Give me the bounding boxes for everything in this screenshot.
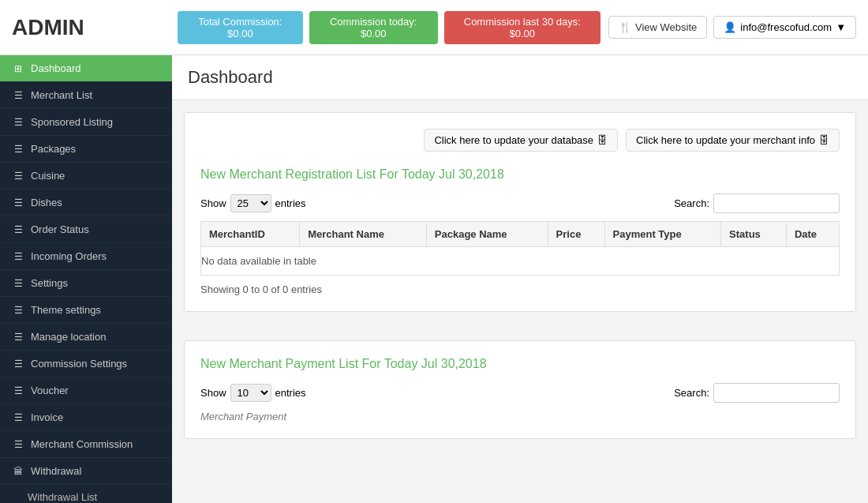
sidebar-item-theme-settings[interactable]: ☰ Theme settings	[0, 297, 172, 324]
search-label-2: Search:	[674, 387, 709, 399]
table1-controls: Show 10 25 50 100 entries Search:	[200, 193, 840, 213]
topbar-right: 🍴 View Website 👤 info@frescofud.com ▼	[608, 16, 856, 39]
db-icon: 🗄	[597, 134, 608, 146]
col-package-name: Package Name	[426, 222, 548, 247]
dishes-icon: ☰	[12, 197, 24, 208]
update-merchant-button[interactable]: Click here to update your merchant info …	[626, 129, 840, 152]
entries-select-1[interactable]: 10 25 50 100	[230, 194, 271, 212]
table2-controls: Show 10 25 50 100 entries Search:	[200, 383, 840, 403]
search-input-1[interactable]	[713, 193, 840, 213]
card-top-buttons: Click here to update your database 🗄 Cli…	[200, 129, 840, 152]
update-db-button[interactable]: Click here to update your database 🗄	[424, 129, 618, 152]
order-status-icon: ☰	[12, 224, 24, 235]
registration-card: Click here to update your database 🗄 Cli…	[184, 112, 856, 312]
payment-card: New Merchant Payment List For Today Jul …	[184, 340, 856, 439]
col-merchant-name: Merchant Name	[300, 222, 427, 247]
location-icon: ☰	[12, 332, 24, 343]
sidebar-item-dashboard[interactable]: ⊞ Dashboard	[0, 55, 172, 82]
col-price: Price	[548, 222, 604, 247]
admin-logo: ADMIN	[12, 15, 170, 40]
invoice-icon: ☰	[12, 412, 24, 423]
showing-info-1: Showing 0 to 0 of 0 entries	[200, 283, 840, 295]
no-data-cell: No data available in table	[201, 247, 840, 276]
sidebar-item-merchant-commission[interactable]: ☰ Merchant Commission	[0, 431, 172, 458]
col-payment-type: Payment Type	[604, 222, 721, 247]
merchant-commission-icon: ☰	[12, 439, 24, 450]
db-icon-2: 🗄	[819, 134, 829, 146]
sidebar-item-dishes[interactable]: ☰ Dishes	[0, 190, 172, 216]
sidebar-item-cuisine[interactable]: ☰ Cuisine	[0, 163, 172, 190]
list-icon-2: ☰	[12, 117, 24, 128]
search-input-2[interactable]	[713, 383, 840, 403]
main-layout: ⊞ Dashboard ☰ Merchant List ☰ Sponsored …	[0, 55, 868, 503]
sidebar-item-voucher[interactable]: ☰ Voucher	[0, 377, 172, 404]
topbar: ADMIN Total Commission: $0.00 Commission…	[0, 0, 868, 55]
show-entries-2: Show 10 25 50 100 entries	[200, 384, 306, 402]
dashboard-icon: ⊞	[12, 63, 24, 74]
sidebar-item-merchant-list[interactable]: ☰ Merchant List	[0, 82, 172, 109]
search-label-1: Search:	[674, 197, 709, 209]
sidebar-item-packages[interactable]: ☰ Packages	[0, 136, 172, 163]
sidebar-item-sponsored-listing[interactable]: ☰ Sponsored Listing	[0, 109, 172, 136]
sidebar-item-order-status[interactable]: ☰ Order Status	[0, 216, 172, 243]
section-divider	[184, 328, 856, 328]
dropdown-arrow-icon: ▼	[836, 21, 846, 33]
theme-icon: ☰	[12, 305, 24, 316]
registration-table: MerchantID Merchant Name Package Name Pr…	[200, 221, 840, 276]
packages-icon: ☰	[12, 144, 24, 155]
col-date: Date	[786, 222, 839, 247]
incoming-orders-icon: ☰	[12, 251, 24, 262]
col-merchant-id: MerchantID	[201, 222, 300, 247]
topbar-buttons: Total Commission: $0.00 Commission today…	[178, 11, 600, 44]
sidebar-item-settings[interactable]: ☰ Settings	[0, 270, 172, 297]
page-title: Dashboard	[172, 55, 868, 100]
table-row: No data available in table	[201, 247, 840, 276]
sidebar-sub-withdrawal-list[interactable]: Withdrawal List	[0, 485, 172, 503]
sidebar-item-commission-settings[interactable]: ☰ Commission Settings	[0, 351, 172, 377]
show-entries-1: Show 10 25 50 100 entries	[200, 194, 306, 212]
col-status: Status	[721, 222, 787, 247]
settings-icon: ☰	[12, 278, 24, 289]
search-box-2: Search:	[674, 383, 840, 403]
section2-title: New Merchant Payment List For Today Jul …	[200, 357, 840, 371]
user-icon: 👤	[724, 21, 736, 33]
cuisine-icon: ☰	[12, 171, 24, 182]
withdrawal-icon: 🏛	[12, 466, 24, 477]
payment-col-label: Merchant Payment	[200, 411, 840, 422]
commission-today-button[interactable]: Commission today: $0.00	[309, 11, 438, 44]
total-commission-button[interactable]: Total Commission: $0.00	[178, 11, 303, 44]
sidebar-item-incoming-orders[interactable]: ☰ Incoming Orders	[0, 243, 172, 270]
content: Dashboard Click here to update your data…	[172, 55, 868, 503]
view-website-button[interactable]: 🍴 View Website	[608, 16, 707, 39]
content-body: Click here to update your database 🗄 Cli…	[172, 100, 868, 467]
sidebar-item-manage-location[interactable]: ☰ Manage location	[0, 324, 172, 351]
fork-icon: 🍴	[619, 21, 631, 33]
sidebar-item-withdrawal[interactable]: 🏛 Withdrawal	[0, 458, 172, 485]
list-icon: ☰	[12, 90, 24, 101]
search-box-1: Search:	[674, 193, 840, 213]
entries-select-2[interactable]: 10 25 50 100	[230, 384, 271, 402]
section1-title: New Merchant Registration List For Today…	[200, 167, 840, 182]
voucher-icon: ☰	[12, 385, 24, 396]
sidebar-item-invoice[interactable]: ☰ Invoice	[0, 404, 172, 431]
sidebar: ⊞ Dashboard ☰ Merchant List ☰ Sponsored …	[0, 55, 172, 503]
commission-last30-button[interactable]: Commission last 30 days: $0.00	[444, 11, 600, 44]
user-dropdown[interactable]: 👤 info@frescofud.com ▼	[713, 16, 856, 39]
commission-settings-icon: ☰	[12, 358, 24, 370]
